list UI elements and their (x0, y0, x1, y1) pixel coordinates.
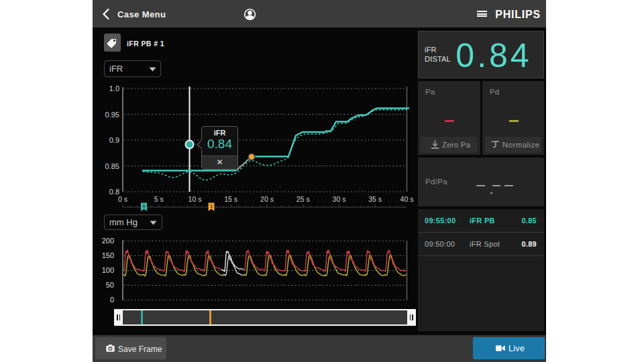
svg-text:1: 1 (210, 203, 213, 209)
svg-text:0: 0 (142, 203, 145, 209)
